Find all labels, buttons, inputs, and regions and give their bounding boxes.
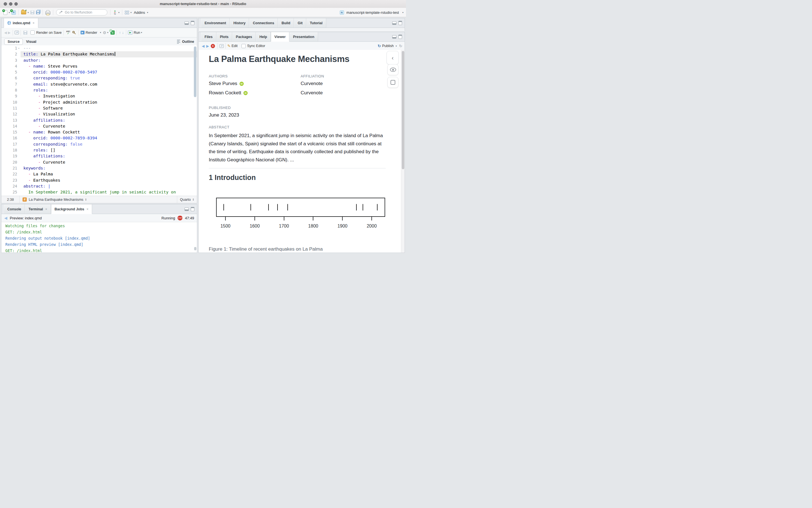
stop-job-icon[interactable]: STOP bbox=[177, 216, 182, 220]
tab-label: Presentation bbox=[293, 35, 315, 39]
close-tab-icon[interactable]: × bbox=[86, 207, 88, 211]
main-toolbar: +▾ R+ ↗▾ Go to file/function +−G▾ ▾ Addi… bbox=[0, 8, 406, 17]
print-button[interactable] bbox=[44, 10, 51, 15]
editor-scrollbar[interactable] bbox=[194, 46, 196, 97]
maximize-pane-icon[interactable] bbox=[191, 21, 194, 25]
panes-layout-button[interactable]: ▾ bbox=[124, 10, 132, 15]
chevron-down-icon: ▾ bbox=[130, 11, 131, 14]
console-tabbar: Console Terminal× Background Jobs× bbox=[1, 204, 197, 214]
tab-label: Git bbox=[297, 21, 302, 25]
visibility-toggle-button[interactable] bbox=[388, 64, 398, 75]
edit-button[interactable]: Edit bbox=[232, 44, 238, 48]
rendered-document: La Palma Earthquake Mechanisms AUTHORS A… bbox=[199, 50, 405, 252]
section-jump-button[interactable]: La Palma Earthquake Mechanisms bbox=[29, 198, 83, 202]
publish-button[interactable]: ↻ Publish ▾ bbox=[378, 44, 397, 48]
render-button[interactable]: Render bbox=[86, 31, 97, 35]
minimize-pane-icon[interactable] bbox=[185, 208, 189, 211]
tab-history[interactable]: History bbox=[230, 18, 249, 28]
go-down-icon[interactable]: ↓ bbox=[122, 31, 124, 35]
tab-connections[interactable]: Connections bbox=[249, 18, 278, 28]
earthquake-tick bbox=[287, 204, 288, 211]
project-menu-button[interactable]: R manuscript-template-rstudio-test ▾ bbox=[340, 10, 403, 15]
orcid-icon[interactable]: iD bbox=[240, 82, 244, 86]
chevron-down-icon[interactable]: ▾ bbox=[141, 31, 142, 34]
render-icon: ▶ bbox=[81, 31, 84, 34]
tab-background-jobs[interactable]: Background Jobs× bbox=[51, 204, 92, 214]
chevron-down-icon[interactable]: ▾ bbox=[100, 31, 101, 34]
format-selector[interactable]: Quarto ▲▼ bbox=[177, 196, 197, 203]
viewer-forward-icon[interactable]: ▶ bbox=[206, 44, 209, 48]
tab-git[interactable]: Git bbox=[294, 18, 306, 28]
orcid-icon[interactable]: iD bbox=[243, 91, 248, 95]
divider bbox=[21, 30, 21, 36]
outline-icon bbox=[177, 40, 180, 44]
tab-help[interactable]: Help bbox=[256, 32, 271, 41]
chevron-down-icon[interactable]: ▾ bbox=[107, 31, 108, 34]
tab-packages[interactable]: Packages bbox=[232, 32, 256, 41]
tab-visual[interactable]: Visual bbox=[23, 39, 39, 44]
render-on-save-checkbox[interactable] bbox=[31, 31, 35, 35]
search-icon[interactable] bbox=[72, 31, 76, 35]
addins-label: Addins bbox=[134, 10, 145, 15]
tab-label: Connections bbox=[253, 21, 274, 25]
viewer-back-icon[interactable]: ◀ bbox=[202, 44, 205, 48]
tab-environment[interactable]: Environment bbox=[201, 18, 230, 28]
maximize-pane-icon[interactable] bbox=[191, 207, 194, 211]
collapse-panel-button[interactable]: ‹ bbox=[387, 51, 399, 65]
clear-viewer-icon[interactable]: × bbox=[211, 44, 215, 48]
spellcheck-icon[interactable]: ABC✓ bbox=[66, 31, 71, 35]
tab-label: Files bbox=[205, 35, 213, 39]
minimize-pane-icon[interactable] bbox=[392, 22, 396, 25]
publish-icon: ↻ bbox=[378, 44, 381, 48]
tab-files[interactable]: Files bbox=[201, 32, 216, 41]
console-output[interactable]: Watching files for changesGET: /index.ht… bbox=[1, 222, 197, 253]
open-file-button[interactable]: ↗▾ bbox=[20, 10, 30, 15]
new-file-button[interactable]: +▾ bbox=[3, 9, 11, 15]
popout-icon[interactable]: ↗ bbox=[15, 31, 19, 34]
viewer-scrollbar[interactable] bbox=[401, 50, 405, 253]
tab-console[interactable]: Console bbox=[4, 204, 25, 214]
close-tab-icon[interactable]: × bbox=[45, 207, 47, 211]
go-up-icon[interactable]: ↑ bbox=[119, 31, 121, 35]
editor-toolbar: ◀ ▶ ↗ Render on Save ABC✓ ▶ Render ▾ ⚙ ▾… bbox=[1, 28, 197, 37]
tab-presentation[interactable]: Presentation bbox=[289, 32, 318, 41]
console-scrollbar[interactable] bbox=[194, 247, 196, 250]
gear-icon[interactable]: ⚙ bbox=[103, 31, 107, 35]
popout-icon[interactable]: ↗ bbox=[219, 44, 224, 48]
tab-plots[interactable]: Plots bbox=[216, 32, 233, 41]
back-icon[interactable]: ◀ bbox=[4, 31, 7, 35]
run-button[interactable]: Run bbox=[133, 31, 140, 35]
addins-button[interactable]: Addins▾ bbox=[132, 10, 149, 15]
render-on-save-label: Render on Save bbox=[36, 31, 62, 35]
forward-icon[interactable]: ▶ bbox=[8, 31, 10, 35]
notes-button[interactable] bbox=[388, 77, 398, 88]
save-icon[interactable] bbox=[24, 31, 27, 35]
document-title: La Palma Earthquake Mechanisms bbox=[209, 54, 386, 65]
tab-viewer[interactable]: Viewer bbox=[271, 32, 289, 42]
new-chunk-icon[interactable]: C bbox=[111, 31, 115, 35]
maximize-pane-icon[interactable] bbox=[398, 21, 402, 25]
refresh-icon[interactable]: ↻ bbox=[399, 44, 402, 48]
tab-build[interactable]: Build bbox=[278, 18, 294, 28]
tab-tutorial[interactable]: Tutorial bbox=[306, 18, 326, 28]
new-project-button[interactable]: R+ bbox=[11, 10, 16, 15]
viewer-scrollbar-thumb[interactable] bbox=[402, 51, 404, 169]
sync-editor-checkbox[interactable] bbox=[241, 44, 246, 48]
maximize-pane-icon[interactable] bbox=[398, 35, 402, 39]
minimize-pane-icon[interactable] bbox=[392, 35, 396, 39]
axis-tick: 2000 bbox=[367, 217, 377, 229]
goto-file-input[interactable]: Go to file/function bbox=[56, 9, 107, 15]
tab-label: Plots bbox=[220, 35, 229, 39]
chevron-down-icon: ▾ bbox=[9, 11, 10, 14]
tab-terminal[interactable]: Terminal× bbox=[25, 204, 51, 214]
outline-button[interactable]: Outline bbox=[177, 40, 194, 44]
version-control-button[interactable]: +−G▾ bbox=[112, 10, 120, 15]
code-editor[interactable]: 1▾---2title: La Palma Earthquake Mechani… bbox=[1, 45, 197, 196]
tab-index-qmd[interactable]: index.qmd × bbox=[4, 18, 38, 28]
save-button[interactable] bbox=[30, 10, 35, 15]
job-back-icon[interactable]: ◀ bbox=[4, 216, 7, 220]
minimize-pane-icon[interactable] bbox=[185, 22, 189, 25]
tab-source[interactable]: Source bbox=[4, 39, 23, 45]
save-all-button[interactable] bbox=[35, 10, 41, 15]
close-tab-icon[interactable]: × bbox=[33, 21, 35, 25]
